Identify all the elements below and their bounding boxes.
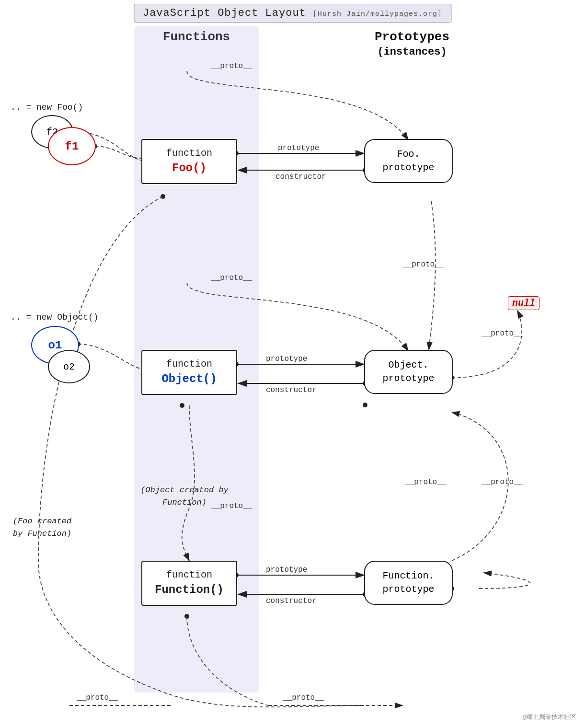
svg-text:__proto__: __proto__	[402, 260, 444, 269]
main-container: JavaScript Object Layout [Hursh Jain/mol…	[0, 0, 585, 728]
svg-text:prototype: prototype	[266, 566, 307, 574]
svg-text:__proto__: __proto__	[404, 478, 447, 486]
proto-function-line1: Function.	[376, 569, 441, 583]
null-label: null	[508, 296, 539, 310]
svg-text:prototype: prototype	[278, 144, 319, 152]
svg-text:constructor: constructor	[266, 597, 317, 605]
proto-foo-line1: Foo.	[376, 148, 441, 161]
o1-label: o1	[48, 339, 62, 352]
svg-text:prototype: prototype	[266, 355, 307, 363]
title-credit: [Hursh Jain/mollypages.org]	[313, 10, 442, 18]
object-created-label: (Object created byFunction)	[134, 484, 235, 508]
new-foo-label: .. = new Foo()	[11, 103, 83, 112]
f1-label: f1	[65, 140, 79, 153]
svg-text:__proto__: __proto__	[76, 693, 118, 702]
svg-text:constructor: constructor	[275, 173, 326, 181]
proto-object-line2: prototype	[376, 372, 441, 385]
title-bar: JavaScript Object Layout [Hursh Jain/mol…	[134, 4, 451, 23]
func-object-box: function Object()	[141, 350, 237, 395]
func-function-name: Function()	[152, 582, 227, 598]
func-foo-name: Foo()	[152, 160, 227, 176]
func-foo-word: function	[152, 147, 227, 160]
svg-text:__proto__: __proto__	[481, 478, 523, 486]
foo-created-label: (Foo createdby Function)	[9, 515, 76, 540]
svg-text:__proto__: __proto__	[481, 329, 523, 338]
proto-function-box: Function. prototype	[364, 561, 453, 605]
svg-point-22	[363, 403, 367, 407]
watermark: @稀土掘金技术社区	[523, 713, 576, 721]
o2-label: o2	[63, 361, 75, 372]
func-object-name: Object()	[152, 371, 227, 387]
func-foo-box: function Foo()	[141, 139, 237, 184]
proto-function-line2: prototype	[376, 583, 441, 596]
proto-foo-line2: prototype	[376, 161, 441, 174]
func-object-word: function	[152, 358, 227, 371]
col-prototypes-label: Prototypes	[355, 30, 470, 44]
proto-object-box: Object. prototype	[364, 350, 453, 394]
instance-f1: f1	[48, 127, 96, 165]
title-main: JavaScript Object Layout	[143, 7, 306, 19]
proto-foo-box: Foo. prototype	[364, 139, 453, 183]
func-function-box: function Function()	[141, 561, 237, 606]
null-text: null	[512, 298, 535, 309]
proto-object-line1: Object.	[376, 358, 441, 372]
instance-o2: o2	[48, 350, 90, 383]
svg-text:constructor: constructor	[266, 386, 317, 394]
new-object-label: .. = new Object()	[11, 312, 99, 322]
svg-text:__proto__: __proto__	[282, 693, 324, 702]
col-prototypes-sub-label: (instances)	[355, 46, 470, 58]
func-function-word: function	[152, 568, 227, 582]
